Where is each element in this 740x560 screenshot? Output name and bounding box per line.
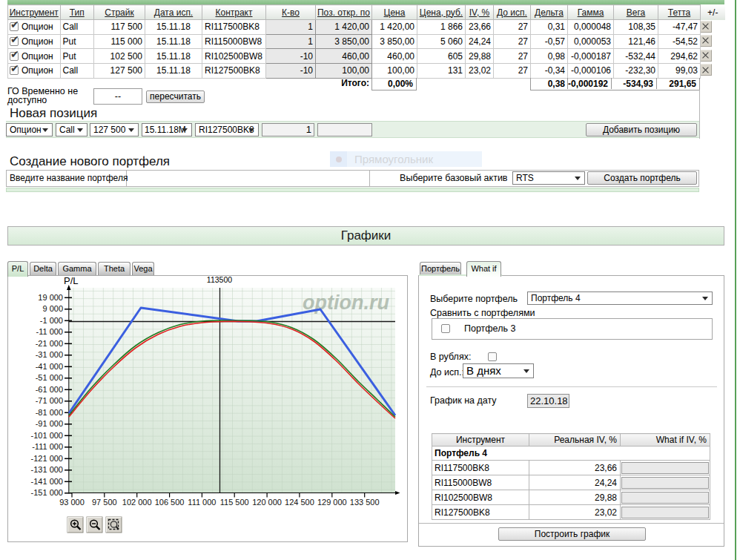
svg-text:-121 000: -121 000 bbox=[31, 454, 63, 463]
svg-text:-51 000: -51 000 bbox=[36, 373, 63, 382]
svg-text:133 500: 133 500 bbox=[350, 498, 380, 507]
svg-text:124 500: 124 500 bbox=[285, 498, 314, 507]
svg-text:97 500: 97 500 bbox=[92, 498, 117, 507]
svg-text:106 500: 106 500 bbox=[155, 498, 185, 507]
svg-text:120 000: 120 000 bbox=[252, 498, 282, 507]
svg-text:-21 000: -21 000 bbox=[36, 339, 63, 348]
svg-text:-151 000: -151 000 bbox=[31, 488, 63, 497]
svg-text:-141 000: -141 000 bbox=[31, 477, 63, 486]
svg-text:129 000: 129 000 bbox=[317, 498, 347, 507]
svg-text:-71 000: -71 000 bbox=[36, 396, 63, 405]
svg-text:-31 000: -31 000 bbox=[36, 350, 63, 359]
svg-text:-91 000: -91 000 bbox=[36, 419, 63, 428]
svg-text:-111 000: -111 000 bbox=[32, 442, 63, 451]
svg-text:-131 000: -131 000 bbox=[31, 465, 63, 474]
svg-text:-101 000: -101 000 bbox=[31, 431, 63, 440]
svg-text:-1 000: -1 000 bbox=[40, 316, 63, 325]
svg-text:-61 000: -61 000 bbox=[36, 385, 63, 394]
svg-text:93 000: 93 000 bbox=[59, 498, 85, 507]
svg-text:111 000: 111 000 bbox=[188, 498, 216, 507]
svg-text:115 500: 115 500 bbox=[220, 498, 249, 507]
svg-text:-81 000: -81 000 bbox=[36, 408, 63, 417]
svg-text:102 000: 102 000 bbox=[122, 498, 152, 507]
svg-text:-11 000: -11 000 bbox=[36, 327, 64, 336]
svg-text:19 000: 19 000 bbox=[38, 293, 63, 302]
svg-text:9 000: 9 000 bbox=[42, 304, 63, 313]
svg-text:-41 000: -41 000 bbox=[36, 362, 63, 371]
